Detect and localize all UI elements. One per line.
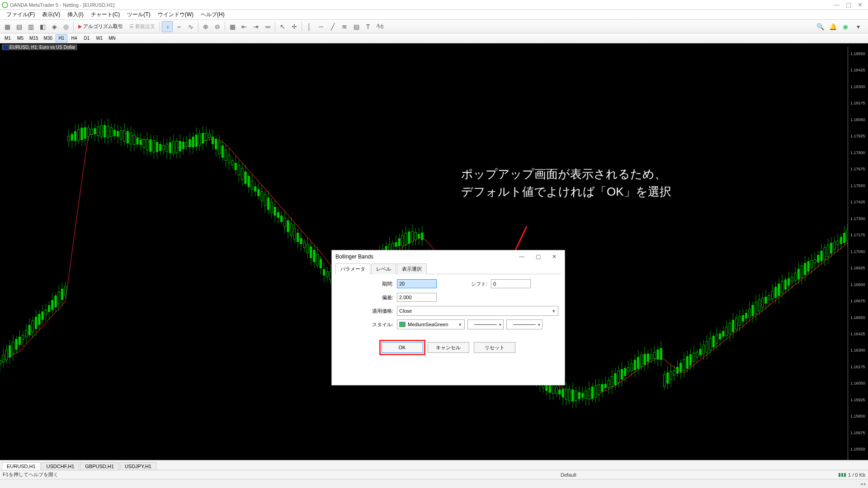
reset-button[interactable]: リセット <box>474 342 515 353</box>
menu-window[interactable]: ウインドウ(W) <box>154 10 197 19</box>
shift-input[interactable] <box>491 279 531 288</box>
hline-icon[interactable]: ─ <box>316 21 326 32</box>
svg-rect-419 <box>683 359 685 371</box>
style-color-select[interactable]: MediumSeaGreen <box>397 319 465 329</box>
menu-file[interactable]: ファイル(F) <box>3 10 38 19</box>
timeframe-M1[interactable]: M1 <box>2 34 14 42</box>
svg-rect-3 <box>2 355 4 362</box>
dialog-close-icon[interactable]: ✕ <box>547 252 561 261</box>
menu-view[interactable]: 表示(V) <box>38 10 64 19</box>
apply-price-select[interactable]: Close <box>397 306 558 316</box>
new-chart-icon[interactable]: ▦ <box>2 21 13 32</box>
menu-chart[interactable]: チャート(C) <box>87 10 124 19</box>
ok-button[interactable]: OK <box>382 342 423 353</box>
bar-chart-icon[interactable]: ⫞ <box>162 21 173 32</box>
svg-rect-415 <box>676 367 678 374</box>
profiles-icon[interactable]: ▤ <box>14 21 24 32</box>
chart-tab[interactable]: USDCHF,H1 <box>42 462 80 470</box>
mql-icon[interactable]: ◉ <box>840 21 851 32</box>
svg-rect-29 <box>45 310 47 314</box>
price-tick: 1.17925 <box>849 134 867 138</box>
dialog-titlebar[interactable]: Bollinger Bands — ▢ ✕ <box>332 250 565 263</box>
svg-rect-199 <box>323 269 325 275</box>
fibo-icon[interactable]: ≋ <box>339 21 350 32</box>
chart-tab[interactable]: EURUSD,H1 <box>2 462 41 470</box>
svg-rect-459 <box>749 309 750 317</box>
tile-icon[interactable]: ▦ <box>227 21 238 32</box>
new-order-button[interactable]: ☰新規注文 <box>127 22 158 32</box>
price-tick: 1.15800 <box>849 414 867 418</box>
objects-icon[interactable]: ⅍ <box>374 21 385 32</box>
svg-rect-73 <box>117 131 118 137</box>
candle-chart-icon[interactable]: ⫟ <box>174 21 184 32</box>
svg-rect-197 <box>320 259 321 268</box>
svg-rect-505 <box>824 248 826 259</box>
chart-tab[interactable]: USDJPY,H1 <box>120 462 156 470</box>
text-icon[interactable]: T <box>363 21 373 32</box>
tab-levels[interactable]: レベル <box>371 263 396 274</box>
price-tick: 1.18550 <box>849 52 867 56</box>
timeframe-D1[interactable]: D1 <box>81 34 93 42</box>
menu-tools[interactable]: ツール(T) <box>123 10 154 19</box>
deviation-input[interactable] <box>397 293 437 302</box>
timeframe-MN[interactable]: MN <box>106 34 118 42</box>
scroll-right-icon[interactable]: ▸ <box>864 481 866 486</box>
svg-rect-71 <box>113 130 115 136</box>
cancel-button[interactable]: キャンセル <box>428 342 469 353</box>
svg-rect-55 <box>87 128 89 136</box>
tab-parameters[interactable]: パラメータ <box>335 263 370 274</box>
dialog-minimize-icon[interactable]: — <box>515 252 528 261</box>
search-icon[interactable]: 🔍 <box>815 21 826 32</box>
crosshair-icon[interactable]: ✛ <box>289 21 300 32</box>
svg-rect-113 <box>182 142 184 149</box>
svg-rect-95 <box>153 141 155 152</box>
signal-icon[interactable]: ◎ <box>61 21 71 32</box>
scroll-icon[interactable]: ⇤ <box>239 21 250 32</box>
toolbox-icon[interactable]: ◈ <box>49 21 60 32</box>
algo-trading-button[interactable]: ▶アルゴリズム取引 <box>75 22 126 32</box>
menu-help[interactable]: ヘルプ(H) <box>197 10 228 19</box>
indicators-icon[interactable]: ⫘ <box>262 21 273 32</box>
menu-insert[interactable]: 挿入(I) <box>64 10 87 19</box>
svg-rect-99 <box>160 144 161 150</box>
line-style-select[interactable] <box>467 319 504 329</box>
alert-icon[interactable]: 🔔 <box>827 21 838 32</box>
bottom-scrollbar[interactable]: ◂ ▸ <box>0 479 868 488</box>
svg-rect-97 <box>156 142 158 152</box>
scroll-left-icon[interactable]: ◂ <box>860 481 863 486</box>
svg-rect-111 <box>179 141 181 151</box>
maximize-icon[interactable]: ▢ <box>846 1 851 8</box>
timeframe-M15[interactable]: M15 <box>27 34 40 42</box>
line-width-select[interactable] <box>506 319 542 329</box>
channel-icon[interactable]: ▤ <box>351 21 362 32</box>
cursor-icon[interactable]: ↖ <box>277 21 288 32</box>
timeframe-M5[interactable]: M5 <box>14 34 26 42</box>
svg-rect-79 <box>127 131 128 143</box>
timeframe-M30[interactable]: M30 <box>41 34 54 42</box>
trendline-icon[interactable]: ╱ <box>327 21 338 32</box>
dialog-maximize-icon[interactable]: ▢ <box>531 252 545 261</box>
shift-icon[interactable]: ⇥ <box>250 21 261 32</box>
vline-icon[interactable]: │ <box>304 21 315 32</box>
minimize-icon[interactable]: — <box>834 1 840 8</box>
timeframe-H1[interactable]: H1 <box>56 34 67 42</box>
svg-rect-347 <box>565 389 567 399</box>
svg-rect-481 <box>784 280 786 290</box>
tab-display[interactable]: 表示選択 <box>397 263 427 274</box>
navigator-icon[interactable]: ◧ <box>37 21 48 32</box>
zoom-in-icon[interactable]: ⊕ <box>200 21 211 32</box>
svg-rect-503 <box>821 251 822 261</box>
svg-rect-429 <box>699 349 701 355</box>
zoom-out-icon[interactable]: ⊖ <box>212 21 223 32</box>
timeframe-H4[interactable]: H4 <box>68 34 80 42</box>
period-input[interactable] <box>397 279 437 288</box>
close-icon[interactable]: ✕ <box>858 1 863 8</box>
dropdown-icon[interactable]: ▾ <box>853 21 863 32</box>
chart-tab[interactable]: GBPUSD,H1 <box>80 462 119 470</box>
line-chart-icon[interactable]: ∿ <box>185 21 196 32</box>
connection-icon: ▮▮▮ <box>838 472 846 478</box>
timeframe-W1[interactable]: W1 <box>94 34 105 42</box>
chart-area[interactable]: EURUSD, H1: Euro vs US Dollar 1.185501.1… <box>0 43 868 486</box>
svg-rect-57 <box>91 129 93 134</box>
market-watch-icon[interactable]: ▥ <box>25 21 36 32</box>
